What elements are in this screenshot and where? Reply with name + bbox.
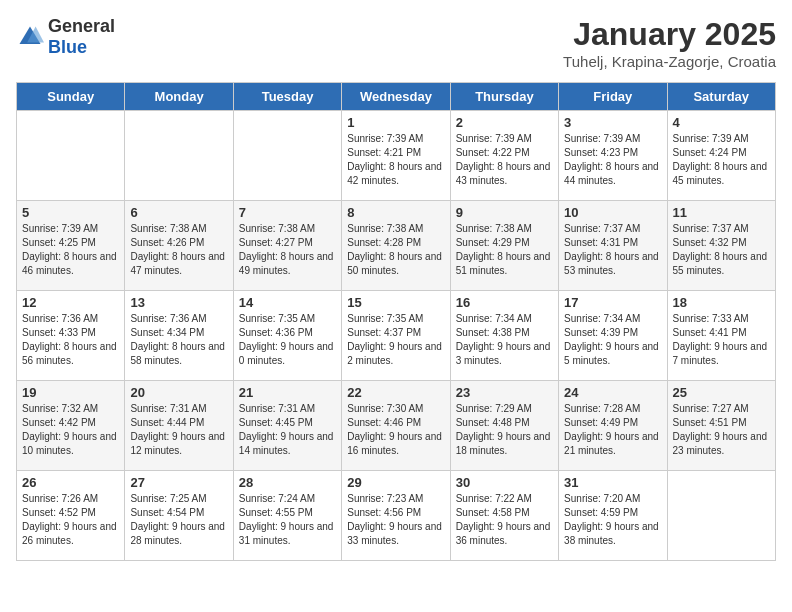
- day-number: 8: [347, 205, 444, 220]
- day-info: Sunrise: 7:32 AM Sunset: 4:42 PM Dayligh…: [22, 402, 119, 458]
- day-info: Sunrise: 7:26 AM Sunset: 4:52 PM Dayligh…: [22, 492, 119, 548]
- day-number: 17: [564, 295, 661, 310]
- calendar-week-row: 12Sunrise: 7:36 AM Sunset: 4:33 PM Dayli…: [17, 291, 776, 381]
- weekday-header: Saturday: [667, 83, 775, 111]
- logo-icon: [16, 23, 44, 51]
- calendar-cell: 18Sunrise: 7:33 AM Sunset: 4:41 PM Dayli…: [667, 291, 775, 381]
- day-info: Sunrise: 7:39 AM Sunset: 4:21 PM Dayligh…: [347, 132, 444, 188]
- weekday-header: Thursday: [450, 83, 558, 111]
- day-info: Sunrise: 7:39 AM Sunset: 4:25 PM Dayligh…: [22, 222, 119, 278]
- calendar-cell: 4Sunrise: 7:39 AM Sunset: 4:24 PM Daylig…: [667, 111, 775, 201]
- day-info: Sunrise: 7:37 AM Sunset: 4:31 PM Dayligh…: [564, 222, 661, 278]
- calendar-cell: 17Sunrise: 7:34 AM Sunset: 4:39 PM Dayli…: [559, 291, 667, 381]
- calendar-cell: 21Sunrise: 7:31 AM Sunset: 4:45 PM Dayli…: [233, 381, 341, 471]
- calendar-cell: 23Sunrise: 7:29 AM Sunset: 4:48 PM Dayli…: [450, 381, 558, 471]
- day-number: 29: [347, 475, 444, 490]
- day-info: Sunrise: 7:38 AM Sunset: 4:26 PM Dayligh…: [130, 222, 227, 278]
- day-info: Sunrise: 7:37 AM Sunset: 4:32 PM Dayligh…: [673, 222, 770, 278]
- day-info: Sunrise: 7:39 AM Sunset: 4:23 PM Dayligh…: [564, 132, 661, 188]
- day-info: Sunrise: 7:36 AM Sunset: 4:33 PM Dayligh…: [22, 312, 119, 368]
- day-info: Sunrise: 7:38 AM Sunset: 4:28 PM Dayligh…: [347, 222, 444, 278]
- calendar-cell: 9Sunrise: 7:38 AM Sunset: 4:29 PM Daylig…: [450, 201, 558, 291]
- day-info: Sunrise: 7:39 AM Sunset: 4:22 PM Dayligh…: [456, 132, 553, 188]
- calendar-week-row: 1Sunrise: 7:39 AM Sunset: 4:21 PM Daylig…: [17, 111, 776, 201]
- day-number: 13: [130, 295, 227, 310]
- day-number: 5: [22, 205, 119, 220]
- day-info: Sunrise: 7:24 AM Sunset: 4:55 PM Dayligh…: [239, 492, 336, 548]
- logo-blue: Blue: [48, 37, 87, 57]
- day-number: 6: [130, 205, 227, 220]
- calendar-cell: 25Sunrise: 7:27 AM Sunset: 4:51 PM Dayli…: [667, 381, 775, 471]
- day-number: 15: [347, 295, 444, 310]
- calendar-cell: 20Sunrise: 7:31 AM Sunset: 4:44 PM Dayli…: [125, 381, 233, 471]
- day-number: 10: [564, 205, 661, 220]
- calendar-cell: 7Sunrise: 7:38 AM Sunset: 4:27 PM Daylig…: [233, 201, 341, 291]
- calendar-week-row: 26Sunrise: 7:26 AM Sunset: 4:52 PM Dayli…: [17, 471, 776, 561]
- calendar-cell: 10Sunrise: 7:37 AM Sunset: 4:31 PM Dayli…: [559, 201, 667, 291]
- weekday-header: Wednesday: [342, 83, 450, 111]
- day-info: Sunrise: 7:27 AM Sunset: 4:51 PM Dayligh…: [673, 402, 770, 458]
- calendar-cell: 26Sunrise: 7:26 AM Sunset: 4:52 PM Dayli…: [17, 471, 125, 561]
- calendar-week-row: 5Sunrise: 7:39 AM Sunset: 4:25 PM Daylig…: [17, 201, 776, 291]
- day-number: 22: [347, 385, 444, 400]
- calendar-cell: 5Sunrise: 7:39 AM Sunset: 4:25 PM Daylig…: [17, 201, 125, 291]
- calendar-cell: 8Sunrise: 7:38 AM Sunset: 4:28 PM Daylig…: [342, 201, 450, 291]
- calendar-cell: [17, 111, 125, 201]
- calendar-cell: [667, 471, 775, 561]
- logo-general: General: [48, 16, 115, 36]
- day-info: Sunrise: 7:38 AM Sunset: 4:29 PM Dayligh…: [456, 222, 553, 278]
- day-info: Sunrise: 7:29 AM Sunset: 4:48 PM Dayligh…: [456, 402, 553, 458]
- calendar-cell: 22Sunrise: 7:30 AM Sunset: 4:46 PM Dayli…: [342, 381, 450, 471]
- day-info: Sunrise: 7:38 AM Sunset: 4:27 PM Dayligh…: [239, 222, 336, 278]
- weekday-header: Friday: [559, 83, 667, 111]
- day-number: 27: [130, 475, 227, 490]
- day-info: Sunrise: 7:30 AM Sunset: 4:46 PM Dayligh…: [347, 402, 444, 458]
- calendar-subtitle: Tuhelj, Krapina-Zagorje, Croatia: [563, 53, 776, 70]
- calendar-cell: 11Sunrise: 7:37 AM Sunset: 4:32 PM Dayli…: [667, 201, 775, 291]
- weekday-header: Monday: [125, 83, 233, 111]
- day-info: Sunrise: 7:35 AM Sunset: 4:36 PM Dayligh…: [239, 312, 336, 368]
- calendar-cell: 3Sunrise: 7:39 AM Sunset: 4:23 PM Daylig…: [559, 111, 667, 201]
- day-number: 14: [239, 295, 336, 310]
- weekday-header: Tuesday: [233, 83, 341, 111]
- calendar-cell: [233, 111, 341, 201]
- day-number: 24: [564, 385, 661, 400]
- calendar-cell: 29Sunrise: 7:23 AM Sunset: 4:56 PM Dayli…: [342, 471, 450, 561]
- calendar-body: 1Sunrise: 7:39 AM Sunset: 4:21 PM Daylig…: [17, 111, 776, 561]
- day-info: Sunrise: 7:34 AM Sunset: 4:39 PM Dayligh…: [564, 312, 661, 368]
- calendar-cell: 28Sunrise: 7:24 AM Sunset: 4:55 PM Dayli…: [233, 471, 341, 561]
- day-number: 23: [456, 385, 553, 400]
- day-number: 28: [239, 475, 336, 490]
- day-info: Sunrise: 7:31 AM Sunset: 4:44 PM Dayligh…: [130, 402, 227, 458]
- day-info: Sunrise: 7:25 AM Sunset: 4:54 PM Dayligh…: [130, 492, 227, 548]
- calendar-cell: 19Sunrise: 7:32 AM Sunset: 4:42 PM Dayli…: [17, 381, 125, 471]
- calendar-cell: 15Sunrise: 7:35 AM Sunset: 4:37 PM Dayli…: [342, 291, 450, 381]
- day-number: 16: [456, 295, 553, 310]
- title-block: January 2025 Tuhelj, Krapina-Zagorje, Cr…: [563, 16, 776, 70]
- day-info: Sunrise: 7:22 AM Sunset: 4:58 PM Dayligh…: [456, 492, 553, 548]
- day-number: 9: [456, 205, 553, 220]
- day-number: 30: [456, 475, 553, 490]
- day-number: 3: [564, 115, 661, 130]
- day-info: Sunrise: 7:35 AM Sunset: 4:37 PM Dayligh…: [347, 312, 444, 368]
- day-info: Sunrise: 7:39 AM Sunset: 4:24 PM Dayligh…: [673, 132, 770, 188]
- calendar-cell: 24Sunrise: 7:28 AM Sunset: 4:49 PM Dayli…: [559, 381, 667, 471]
- calendar-cell: [125, 111, 233, 201]
- day-number: 2: [456, 115, 553, 130]
- day-number: 25: [673, 385, 770, 400]
- calendar-cell: 31Sunrise: 7:20 AM Sunset: 4:59 PM Dayli…: [559, 471, 667, 561]
- day-number: 7: [239, 205, 336, 220]
- calendar-cell: 12Sunrise: 7:36 AM Sunset: 4:33 PM Dayli…: [17, 291, 125, 381]
- weekday-row: SundayMondayTuesdayWednesdayThursdayFrid…: [17, 83, 776, 111]
- day-number: 26: [22, 475, 119, 490]
- logo: General Blue: [16, 16, 115, 58]
- calendar-cell: 30Sunrise: 7:22 AM Sunset: 4:58 PM Dayli…: [450, 471, 558, 561]
- day-info: Sunrise: 7:31 AM Sunset: 4:45 PM Dayligh…: [239, 402, 336, 458]
- day-info: Sunrise: 7:23 AM Sunset: 4:56 PM Dayligh…: [347, 492, 444, 548]
- day-info: Sunrise: 7:34 AM Sunset: 4:38 PM Dayligh…: [456, 312, 553, 368]
- day-number: 20: [130, 385, 227, 400]
- day-number: 19: [22, 385, 119, 400]
- calendar-title: January 2025: [563, 16, 776, 53]
- calendar-header: SundayMondayTuesdayWednesdayThursdayFrid…: [17, 83, 776, 111]
- calendar-cell: 13Sunrise: 7:36 AM Sunset: 4:34 PM Dayli…: [125, 291, 233, 381]
